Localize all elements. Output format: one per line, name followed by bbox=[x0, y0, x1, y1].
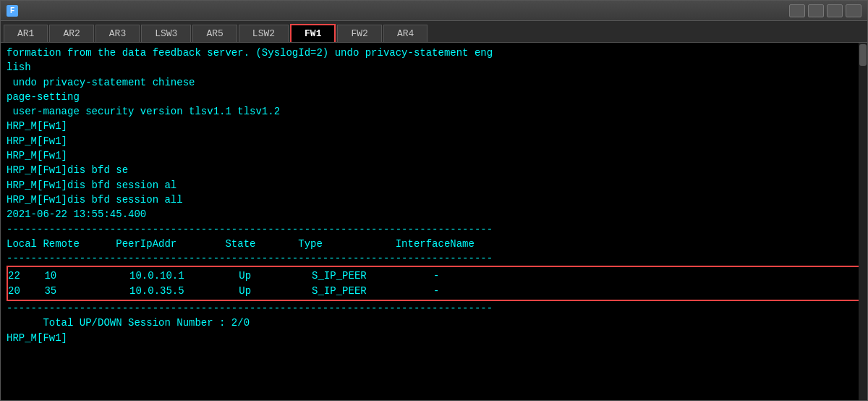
terminal-line: ----------------------------------------… bbox=[7, 301, 861, 316]
terminal-line: ----------------------------------------… bbox=[7, 222, 861, 237]
bfd-data-row: 22 10 10.0.10.1 Up S_IP_PEER - bbox=[8, 269, 860, 283]
terminal-line: HRP_M[Fw1]dis bfd session all bbox=[7, 193, 861, 207]
terminal-line: HRP_M[Fw1] bbox=[7, 148, 861, 163]
terminal-line: HRP_M[Fw1]dis bfd se bbox=[7, 163, 861, 177]
tab-lsw3[interactable]: LSW3 bbox=[141, 25, 191, 42]
terminal-line: lish bbox=[7, 60, 861, 75]
terminal-line: Total UP/DOWN Session Number : 2/0 bbox=[7, 316, 861, 330]
terminal-line: Local Remote PeerIpAddr State Type Inter… bbox=[7, 237, 861, 251]
terminal-line: HRP_M[Fw1] bbox=[7, 331, 861, 345]
scrollbar-thumb bbox=[859, 44, 867, 66]
bfd-data-row: 20 35 10.0.35.5 Up S_IP_PEER - bbox=[8, 284, 860, 298]
terminal-line: 2021-06-22 13:55:45.400 bbox=[7, 207, 861, 221]
title-bar: F bbox=[1, 1, 867, 21]
terminal-line: ----------------------------------------… bbox=[7, 251, 861, 266]
restore-button[interactable] bbox=[808, 4, 824, 17]
terminal-line: undo privacy-statement chinese bbox=[7, 75, 861, 90]
terminal-line: page-setting bbox=[7, 90, 861, 104]
terminal-area: formation from the data feedback server.… bbox=[1, 43, 867, 400]
terminal-line: HRP_M[Fw1] bbox=[7, 119, 861, 133]
window-controls bbox=[789, 4, 861, 17]
tab-fw2[interactable]: FW2 bbox=[337, 25, 381, 42]
tab-ar3[interactable]: AR3 bbox=[95, 25, 140, 42]
tab-ar5[interactable]: AR5 bbox=[192, 25, 237, 42]
terminal-line: HRP_M[Fw1]dis bfd session al bbox=[7, 178, 861, 193]
tab-ar1[interactable]: AR1 bbox=[4, 25, 48, 42]
close-button[interactable] bbox=[846, 4, 861, 17]
minimize-button[interactable] bbox=[789, 4, 805, 17]
terminal-line: formation from the data feedback server.… bbox=[7, 46, 861, 60]
app-icon: F bbox=[7, 5, 18, 17]
bfd-data-box: 22 10 10.0.10.1 Up S_IP_PEER -20 35 10.0… bbox=[7, 266, 861, 301]
tab-lsw2[interactable]: LSW2 bbox=[239, 25, 289, 42]
main-window: F AR1AR2AR3LSW3AR5LSW2FW1FW2AR4 formatio… bbox=[0, 0, 868, 401]
scrollbar[interactable] bbox=[859, 43, 867, 400]
title-bar-left: F bbox=[7, 5, 22, 17]
tab-ar4[interactable]: AR4 bbox=[383, 25, 427, 42]
terminal-line: user-manage security version tlsv1.1 tls… bbox=[7, 104, 861, 119]
maximize-button[interactable] bbox=[827, 4, 843, 17]
tabs-bar: AR1AR2AR3LSW3AR5LSW2FW1FW2AR4 bbox=[1, 21, 867, 43]
tab-fw1[interactable]: FW1 bbox=[290, 24, 336, 42]
terminal-line: HRP_M[Fw1] bbox=[7, 134, 861, 148]
tab-ar2[interactable]: AR2 bbox=[49, 25, 93, 42]
